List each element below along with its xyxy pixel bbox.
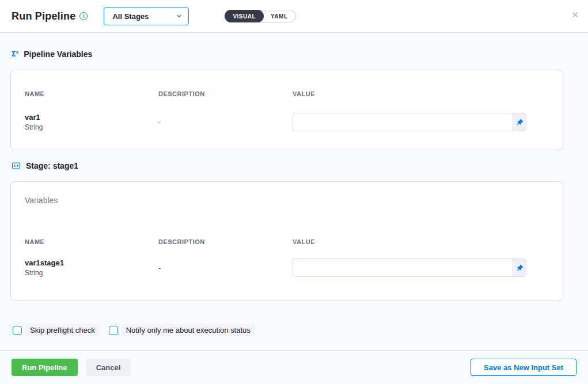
modal-footer: Run Pipeline Cancel Save as New Input Se… — [0, 350, 588, 384]
column-header-value: VALUE — [293, 238, 549, 245]
variable-description: - — [158, 118, 293, 127]
table-header-row: NAME DESCRIPTION VALUE — [25, 238, 549, 245]
pipeline-variables-card: NAME DESCRIPTION VALUE var1 String - — [10, 70, 563, 150]
execution-options: Skip preflight check Notify only me abou… — [10, 324, 578, 336]
tab-yaml[interactable]: YAML — [263, 10, 295, 22]
column-header-description: DESCRIPTION — [158, 90, 293, 97]
column-header-description: DESCRIPTION — [158, 238, 293, 245]
stage-variables-card: Variables NAME DESCRIPTION VALUE var1sta… — [10, 181, 563, 301]
var1-value-input[interactable] — [293, 113, 513, 131]
page-title: Run Pipeline — [12, 10, 75, 22]
variable-type: String — [25, 269, 158, 277]
skip-preflight-checkbox[interactable] — [13, 326, 22, 335]
pipeline-variables-icon: Σx — [12, 50, 18, 58]
variable-name: var1 — [25, 113, 158, 121]
stage-title: Stage: stage1 — [26, 161, 78, 170]
variable-description: - — [158, 264, 293, 272]
variable-name-cell: var1stage1 String — [25, 258, 158, 277]
visual-yaml-toggle: VISUAL YAML — [225, 10, 295, 22]
table-header-row: NAME DESCRIPTION VALUE — [25, 90, 549, 97]
chevron-down-icon — [176, 13, 183, 20]
pin-icon[interactable] — [513, 258, 526, 277]
run-pipeline-button[interactable]: Run Pipeline — [12, 359, 78, 376]
column-header-name: NAME — [25, 90, 158, 97]
notify-only-me-checkbox[interactable] — [109, 326, 118, 335]
info-icon[interactable]: i — [79, 12, 88, 20]
pin-icon[interactable] — [513, 113, 526, 131]
save-as-new-input-set-button[interactable]: Save as New Input Set — [471, 359, 576, 376]
pipeline-variables-section-header: Σx Pipeline Variables — [10, 49, 578, 59]
cancel-button[interactable]: Cancel — [86, 359, 131, 376]
pipeline-variables-title: Pipeline Variables — [24, 50, 92, 59]
notify-only-me-label: Notify only me about execution status — [122, 324, 255, 336]
modal-body: Σx Pipeline Variables NAME DESCRIPTION V… — [0, 33, 588, 350]
skip-preflight-label: Skip preflight check — [25, 324, 100, 336]
stage-selector-value: All Stages — [112, 12, 149, 21]
table-row: var1 String - — [25, 113, 549, 131]
variable-type: String — [25, 123, 158, 131]
stage-section-header: Stage: stage1 — [10, 161, 578, 170]
stage-selector-dropdown[interactable]: All Stages — [104, 7, 189, 25]
table-row: var1stage1 String - — [25, 258, 549, 277]
var1stage1-value-input[interactable] — [293, 258, 513, 277]
stage-icon — [12, 161, 21, 170]
skip-preflight-option[interactable]: Skip preflight check — [13, 324, 100, 336]
run-pipeline-modal: Run Pipeline i All Stages VISUAL YAML ✕ … — [0, 0, 588, 384]
variable-name: var1stage1 — [25, 258, 158, 267]
stage-card-title: Variables — [25, 196, 549, 206]
modal-header: Run Pipeline i All Stages VISUAL YAML ✕ — [0, 0, 588, 33]
notify-only-me-option[interactable]: Notify only me about execution status — [109, 324, 255, 336]
variable-name-cell: var1 String — [25, 113, 158, 131]
close-icon[interactable]: ✕ — [569, 8, 581, 21]
tab-visual[interactable]: VISUAL — [225, 10, 264, 22]
variable-value-cell — [293, 113, 549, 131]
column-header-value: VALUE — [293, 90, 549, 97]
column-header-name: NAME — [25, 238, 158, 245]
variable-value-cell — [293, 258, 549, 277]
